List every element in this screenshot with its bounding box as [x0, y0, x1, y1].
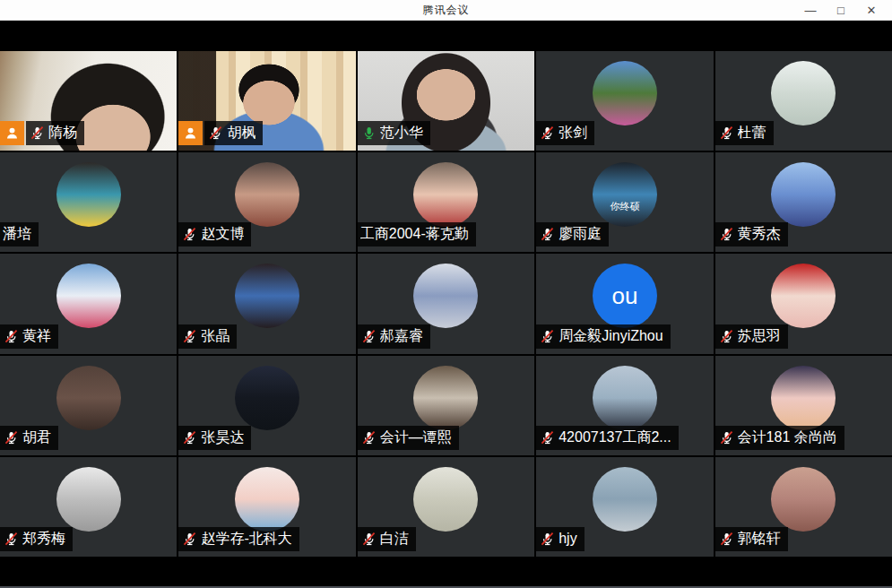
participant-name: 潘培 — [3, 225, 31, 244]
participant-tile-13[interactable]: 郝嘉睿 — [358, 254, 534, 353]
participant-name: 胡枫 — [227, 124, 255, 143]
participant-name: 范小华 — [380, 124, 423, 143]
participant-tile-7[interactable]: 赵文博 — [178, 152, 355, 252]
mic-muted-icon — [182, 329, 197, 344]
participant-name: 工商2004-蒋克勤 — [360, 225, 469, 244]
name-label: 范小华 — [358, 121, 430, 145]
avatar — [235, 467, 299, 532]
participant-tile-4[interactable]: 张剑 — [536, 51, 713, 151]
participant-name: 郝嘉睿 — [380, 327, 423, 346]
name-label: 周金毅JinyiZhou — [536, 324, 670, 349]
avatar — [771, 162, 836, 227]
name-label: 张剑 — [536, 121, 594, 145]
member-badge-icon — [0, 121, 24, 145]
participant-name: hjy — [559, 531, 576, 547]
participant-name: 张剑 — [559, 124, 587, 143]
avatar: 你终硕 — [593, 162, 657, 227]
name-label: 潘培 — [0, 222, 39, 246]
mic-muted-icon — [182, 430, 197, 445]
participant-tile-23[interactable]: 白洁 — [358, 457, 534, 557]
avatar-text: ou — [611, 283, 637, 309]
label-row: 杜蕾 — [715, 121, 774, 145]
avatar — [771, 467, 836, 532]
participant-name: 张昊达 — [201, 428, 244, 447]
mic-muted-icon — [361, 329, 377, 344]
name-label: 苏思羽 — [715, 324, 788, 349]
participant-tile-1[interactable]: 隋杨 — [0, 51, 177, 151]
top-black-strip — [0, 21, 892, 51]
maximize-button[interactable]: □ — [826, 0, 856, 20]
participant-name: 杜蕾 — [738, 124, 766, 143]
mic-muted-icon — [719, 329, 734, 344]
mic-muted-icon — [4, 430, 19, 445]
label-row: 潘培 — [0, 222, 39, 246]
name-label: 张昊达 — [178, 426, 251, 450]
avatar — [235, 264, 299, 328]
participant-tile-22[interactable]: 赵学存-北科大 — [178, 457, 355, 557]
label-row: hjy — [536, 527, 584, 551]
participant-name: 周金毅JinyiZhou — [559, 327, 663, 346]
label-row: 郝嘉睿 — [358, 324, 430, 349]
name-label: 工商2004-蒋克勤 — [358, 222, 476, 246]
name-label: 郝嘉睿 — [358, 324, 430, 349]
avatar — [593, 467, 657, 532]
name-label: 会计181 余尚尚 — [715, 426, 844, 450]
label-row: 胡枫 — [178, 121, 263, 145]
avatar — [413, 366, 478, 430]
participant-tile-5[interactable]: 杜蕾 — [715, 51, 892, 151]
avatar-text: 你终硕 — [610, 201, 639, 212]
label-row: 工商2004-蒋克勤 — [358, 222, 476, 246]
avatar — [413, 264, 478, 328]
mic-muted-icon — [30, 125, 45, 141]
participant-tile-14[interactable]: ou 周金毅JinyiZhou — [536, 254, 713, 353]
participant-tile-9[interactable]: 你终硕 廖雨庭 — [536, 152, 713, 252]
label-row: 苏思羽 — [715, 324, 788, 349]
participant-tile-2[interactable]: 胡枫 — [178, 51, 355, 151]
participant-name: 黄秀杰 — [738, 225, 781, 244]
label-row: 郭铭轩 — [715, 527, 788, 551]
participant-tile-21[interactable]: 郑秀梅 — [0, 457, 177, 557]
name-label: 杜蕾 — [715, 121, 774, 145]
avatar — [771, 366, 836, 430]
participant-tile-3[interactable]: 范小华 — [358, 51, 534, 151]
name-label: 会计—谭熙 — [358, 426, 459, 450]
avatar — [56, 162, 121, 227]
participant-tile-11[interactable]: 黄祥 — [0, 254, 177, 353]
avatar: ou — [593, 264, 657, 328]
participant-name: 会计—谭熙 — [380, 428, 452, 447]
name-label: 赵学存-北科大 — [178, 527, 299, 551]
participant-tile-19[interactable]: 42007137工商2... — [536, 356, 713, 455]
name-label: 赵文博 — [178, 222, 251, 246]
member-badge-icon — [178, 121, 203, 145]
participant-tile-12[interactable]: 张晶 — [178, 254, 355, 353]
mic-muted-icon — [540, 430, 555, 445]
label-row: 会计—谭熙 — [358, 426, 459, 450]
participant-name: 赵学存-北科大 — [201, 530, 291, 549]
mic-muted-icon — [540, 227, 555, 242]
close-button[interactable]: ✕ — [856, 0, 887, 20]
name-label: 黄祥 — [0, 324, 58, 349]
mic-on-icon — [361, 125, 377, 141]
avatar — [235, 162, 299, 227]
participant-tile-8[interactable]: 工商2004-蒋克勤 — [358, 152, 534, 252]
participant-tile-20[interactable]: 会计181 余尚尚 — [715, 356, 892, 455]
avatar — [235, 366, 299, 430]
participant-tile-18[interactable]: 会计—谭熙 — [358, 356, 534, 455]
participant-tile-6[interactable]: 潘培 — [0, 152, 177, 252]
mic-muted-icon — [540, 532, 555, 547]
participant-name: 会计181 余尚尚 — [738, 428, 837, 447]
participant-tile-15[interactable]: 苏思羽 — [715, 254, 892, 353]
mic-muted-icon — [182, 227, 197, 242]
minimize-button[interactable]: — — [795, 0, 826, 20]
participant-tile-16[interactable]: 胡君 — [0, 356, 177, 455]
participant-tile-17[interactable]: 张昊达 — [178, 356, 355, 455]
avatar — [56, 264, 121, 328]
name-label: 张晶 — [178, 324, 237, 349]
mic-muted-icon — [719, 532, 734, 547]
label-row: 张昊达 — [178, 426, 251, 450]
name-label: 廖雨庭 — [536, 222, 609, 246]
participant-tile-25[interactable]: 郭铭轩 — [715, 457, 892, 557]
label-row: 会计181 余尚尚 — [715, 426, 844, 450]
participant-tile-24[interactable]: hjy — [536, 457, 713, 557]
participant-tile-10[interactable]: 黄秀杰 — [715, 152, 892, 252]
